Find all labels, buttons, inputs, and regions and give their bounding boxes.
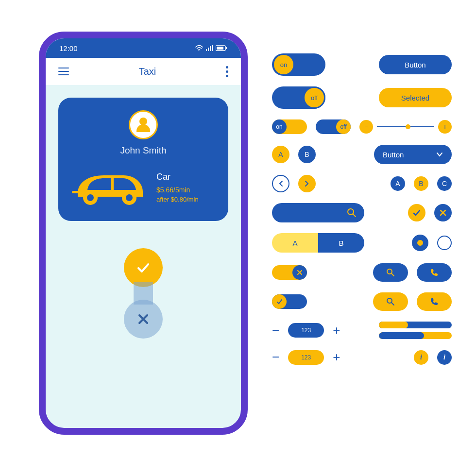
stepper2-plus[interactable]: + [333,350,340,365]
toggle-off-small[interactable]: off [316,119,351,134]
check-icon [135,259,152,276]
chevron-right-icon [305,180,309,187]
pricing: Car $5.66/5min after $0.80/min [156,172,199,203]
radio-selected[interactable] [412,235,428,251]
segment-a[interactable]: A [272,233,318,253]
selected-button[interactable]: Selected [379,88,452,107]
price-initial: $5.66/5min [156,186,199,194]
nav-prev[interactable] [272,175,289,192]
close-icon [439,209,447,217]
progress-bar-1[interactable] [379,322,452,328]
driver-name: John Smith [120,145,166,156]
pager-a[interactable]: A [391,176,405,191]
svg-point-10 [126,194,133,201]
svg-rect-1 [208,48,209,51]
hamburger-icon[interactable] [58,68,69,75]
search-icon [347,208,357,218]
search-pill-yellow[interactable] [373,292,408,311]
toggle-check[interactable] [272,294,307,309]
toggle-off-knob: off [303,86,325,109]
svg-line-13 [353,214,356,217]
overflow-menu-icon[interactable] [226,66,228,77]
confirm-control [122,248,164,339]
slider-plus[interactable]: + [438,120,452,134]
vehicle-type: Car [156,172,199,182]
segment-b[interactable]: B [318,233,364,253]
slider-thumb[interactable] [406,124,410,129]
progress-bar-2[interactable] [379,332,452,339]
option-a-yellow[interactable]: A [272,146,289,163]
toggle-on-large[interactable]: on [272,53,325,76]
close-icon [136,312,151,326]
info-button-blue[interactable]: i [437,350,452,365]
search-pill-blue[interactable] [373,263,408,282]
accept-button[interactable] [124,248,163,287]
stepper-minus[interactable]: − [272,323,279,338]
toggle-off-large[interactable]: off [272,86,325,109]
segmented-control[interactable]: A B [272,233,364,253]
status-time: 12:00 [59,44,78,52]
radio-unselected[interactable] [437,236,452,250]
driver-card: John Smith Car $5.66/5min after $0.80/mi… [58,98,228,221]
svg-rect-5 [217,47,223,50]
primary-button[interactable]: Button [379,55,452,74]
stepper-value-blue: 123 [288,323,324,338]
wifi-icon [195,45,203,51]
app-bar: Taxi [46,58,241,85]
price-after: after $0.80/min [156,196,199,203]
svg-rect-6 [226,47,227,49]
cancel-button[interactable] [124,300,163,339]
svg-rect-3 [212,45,213,51]
call-pill-blue[interactable] [417,263,452,282]
nav-next[interactable] [298,175,316,192]
chevron-left-icon [278,180,283,187]
page-title: Taxi [69,66,226,77]
stepper-plus[interactable]: + [333,323,340,338]
confirm-circle[interactable] [408,204,425,221]
slider-track[interactable] [377,126,434,127]
dropdown-button[interactable]: Button [374,145,452,164]
svg-point-8 [87,194,94,201]
ui-kit: on Button off Selected on off − + A B Bu… [272,53,452,365]
toggle-on-small[interactable]: on [272,119,307,134]
toggle-close[interactable] [272,265,307,280]
signal-icon [206,45,213,51]
search-pill[interactable] [272,203,364,222]
svg-rect-2 [210,46,211,51]
toggle-on-knob: on [274,55,293,74]
close-icon [297,270,303,275]
svg-line-17 [391,303,394,305]
check-icon [276,298,283,305]
svg-point-12 [348,209,354,215]
call-pill-yellow[interactable] [417,292,452,311]
pager-b[interactable]: B [414,176,428,191]
status-icons [195,45,227,51]
check-icon [412,208,421,217]
close-circle[interactable] [434,204,452,221]
phone-frame: 12:00 Taxi John Smith [39,32,248,435]
phone-icon [430,268,439,277]
stepper-value-yellow: 123 [288,350,324,365]
info-button-yellow[interactable]: i [414,350,428,365]
svg-rect-11 [72,191,79,193]
slider-minus[interactable]: − [359,120,373,134]
option-b-blue[interactable]: B [298,146,316,163]
svg-line-15 [391,273,394,276]
phone-icon [430,297,439,306]
battery-icon [216,45,227,51]
status-bar: 12:00 [46,38,241,58]
svg-rect-0 [206,49,207,51]
chevron-down-icon [436,152,443,157]
pager-c[interactable]: C [437,176,452,191]
search-icon [386,297,395,306]
search-icon [386,268,395,277]
car-icon [69,169,147,206]
stepper2-minus[interactable]: − [272,350,279,365]
avatar [129,110,158,139]
